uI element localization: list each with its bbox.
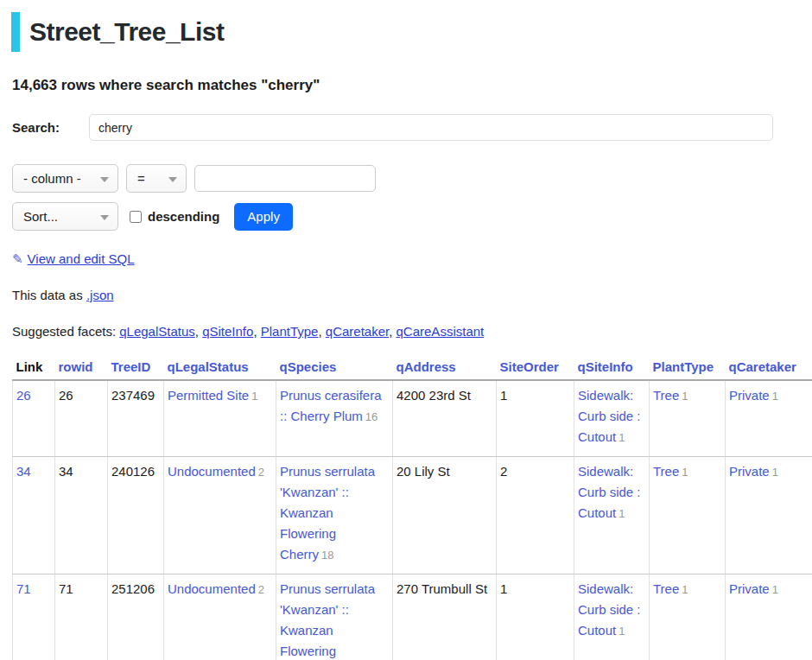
pencil-icon: ✎ <box>12 251 23 266</box>
data-as-row: This data as .json <box>12 288 812 302</box>
cell-link: 34 <box>13 457 55 574</box>
qcaretaker-value-link[interactable]: Private <box>729 464 770 479</box>
cell-qlegalstatus: Undocumented2 <box>164 457 276 574</box>
cell-qsiteinfo: Sidewalk: Curb side : Cutout1 <box>574 574 650 660</box>
cell-qspecies: Prunus serrulata 'Kwanzan' :: Kwanzan Fl… <box>276 457 393 574</box>
cell-qsiteinfo: Sidewalk: Curb side : Cutout1 <box>574 380 650 457</box>
qlegalstatus-value-link[interactable]: Permitted Site <box>168 388 249 403</box>
page-title: Street_Tree_List <box>11 12 812 52</box>
sort-column-link[interactable]: SiteOrder <box>500 359 559 374</box>
chevron-down-icon <box>100 215 109 220</box>
planttype-value-link[interactable]: Tree <box>653 581 679 596</box>
qsiteinfo-value-link[interactable]: Sidewalk: Curb side : Cutout <box>578 464 641 520</box>
sort-column-link[interactable]: qLegalStatus <box>168 359 249 374</box>
apply-button[interactable]: Apply <box>234 203 293 231</box>
table-row: 2626237469Permitted Site1Prunus cerasife… <box>13 380 812 457</box>
facet-count: 1 <box>682 466 688 479</box>
cell-treeid: 240126 <box>108 457 164 574</box>
filter-operator-select[interactable]: = <box>126 164 187 193</box>
facet-count: 1 <box>619 507 625 520</box>
column-header-qspecies: qSpecies <box>276 358 393 380</box>
facet-link-qcareassistant[interactable]: qCareAssistant <box>396 324 485 339</box>
sort-column-link[interactable]: rowid <box>59 359 93 374</box>
facet-link-qlegalstatus[interactable]: qLegalStatus <box>119 324 195 339</box>
suggested-facets: Suggested facets: qLegalStatus, qSiteInf… <box>12 324 812 339</box>
json-link[interactable]: .json <box>86 288 114 302</box>
sort-select[interactable]: Sort... <box>12 202 118 231</box>
planttype-value-link[interactable]: Tree <box>653 464 679 479</box>
cell-qspecies: Prunus serrulata 'Kwanzan' :: Kwanzan Fl… <box>276 574 393 660</box>
sort-column-link[interactable]: qAddress <box>396 359 456 374</box>
cell-siteorder: 2 <box>497 457 574 574</box>
descending-checkbox[interactable] <box>130 211 142 223</box>
cell-qsiteinfo: Sidewalk: Curb side : Cutout1 <box>574 457 650 574</box>
facet-count: 1 <box>619 625 625 638</box>
sql-link-row: ✎View and edit SQL <box>12 251 812 267</box>
qsiteinfo-value-link[interactable]: Sidewalk: Curb side : Cutout <box>578 388 641 444</box>
column-header-rowid: rowid <box>55 358 108 380</box>
cell-rowid: 26 <box>55 380 108 457</box>
facet-link-qcaretaker[interactable]: qCaretaker <box>326 324 389 339</box>
column-header-planttype: PlantType <box>650 358 726 380</box>
table-header-row: LinkrowidTreeIDqLegalStatusqSpeciesqAddr… <box>13 358 812 380</box>
qspecies-value-link[interactable]: Prunus serrulata 'Kwanzan' :: Kwanzan Fl… <box>280 464 375 562</box>
facet-count: 1 <box>251 390 257 403</box>
qcaretaker-value-link[interactable]: Private <box>729 581 770 596</box>
cell-qlegalstatus: Permitted Site1 <box>164 380 276 457</box>
cell-link: 71 <box>13 574 55 660</box>
search-form: Search: <box>12 114 773 141</box>
chevron-down-icon <box>100 177 109 182</box>
search-label: Search: <box>12 120 89 135</box>
cell-rowid: 34 <box>55 457 108 574</box>
table-row: 3434240126Undocumented2Prunus serrulata … <box>13 457 812 574</box>
filter-operator-value: = <box>137 171 145 186</box>
cell-qcaretaker: Private1 <box>726 380 812 457</box>
row-link[interactable]: 26 <box>16 388 31 403</box>
sort-select-value: Sort... <box>23 209 58 224</box>
column-header-treeid: TreeID <box>108 358 164 380</box>
cell-link: 26 <box>13 380 55 457</box>
sort-row: Sort... descending Apply <box>12 202 812 231</box>
facet-count: 1 <box>772 466 778 479</box>
sort-column-link[interactable]: qSiteInfo <box>578 359 633 374</box>
facet-link-qsiteinfo[interactable]: qSiteInfo <box>202 324 253 339</box>
sort-column-link[interactable]: qCaretaker <box>729 359 796 374</box>
qcaretaker-value-link[interactable]: Private <box>729 388 770 403</box>
qlegalstatus-value-link[interactable]: Undocumented <box>168 464 256 479</box>
sort-column-link[interactable]: TreeID <box>111 359 151 374</box>
facet-link-planttype[interactable]: PlantType <box>261 324 319 339</box>
column-header-qcaretaker: qCaretaker <box>726 358 812 380</box>
page: Street_Tree_List 14,663 rows where searc… <box>0 12 812 660</box>
cell-siteorder: 1 <box>497 380 574 457</box>
filter-column-select[interactable]: - column - <box>12 164 118 193</box>
view-edit-sql-link[interactable]: View and edit SQL <box>28 251 135 266</box>
planttype-value-link[interactable]: Tree <box>653 388 679 403</box>
cell-qcaretaker: Private1 <box>726 457 812 574</box>
row-link[interactable]: 71 <box>16 581 31 596</box>
table-row: 7171251206Undocumented2Prunus serrulata … <box>13 574 812 660</box>
chevron-down-icon <box>168 177 177 182</box>
search-input[interactable] <box>89 114 773 141</box>
cell-siteorder: 1 <box>497 574 574 660</box>
qlegalstatus-value-link[interactable]: Undocumented <box>168 581 256 596</box>
qsiteinfo-value-link[interactable]: Sidewalk: Curb side : Cutout <box>578 581 641 638</box>
data-as-prefix: This data as <box>12 288 86 302</box>
cell-qaddress: 270 Trumbull St <box>393 574 497 660</box>
filter-value-input[interactable] <box>194 165 376 192</box>
facet-count: 1 <box>619 431 625 444</box>
column-header-qaddress: qAddress <box>393 358 497 380</box>
sort-column-link[interactable]: qSpecies <box>280 359 337 374</box>
cell-rowid: 71 <box>55 574 108 660</box>
facet-count: 1 <box>772 390 778 403</box>
results-table: LinkrowidTreeIDqLegalStatusqSpeciesqAddr… <box>12 358 812 660</box>
descending-label: descending <box>148 209 219 224</box>
cell-qlegalstatus: Undocumented2 <box>164 574 276 660</box>
cell-qaddress: 20 Lily St <box>393 457 497 574</box>
column-header-qlegalstatus: qLegalStatus <box>164 358 276 380</box>
sort-column-link[interactable]: PlantType <box>653 359 714 374</box>
row-link[interactable]: 34 <box>16 464 31 479</box>
cell-qaddress: 4200 23rd St <box>393 380 497 457</box>
qspecies-value-link[interactable]: Prunus serrulata 'Kwanzan' :: Kwanzan Fl… <box>280 581 375 660</box>
cell-planttype: Tree1 <box>650 457 726 574</box>
cell-treeid: 237469 <box>108 380 164 457</box>
